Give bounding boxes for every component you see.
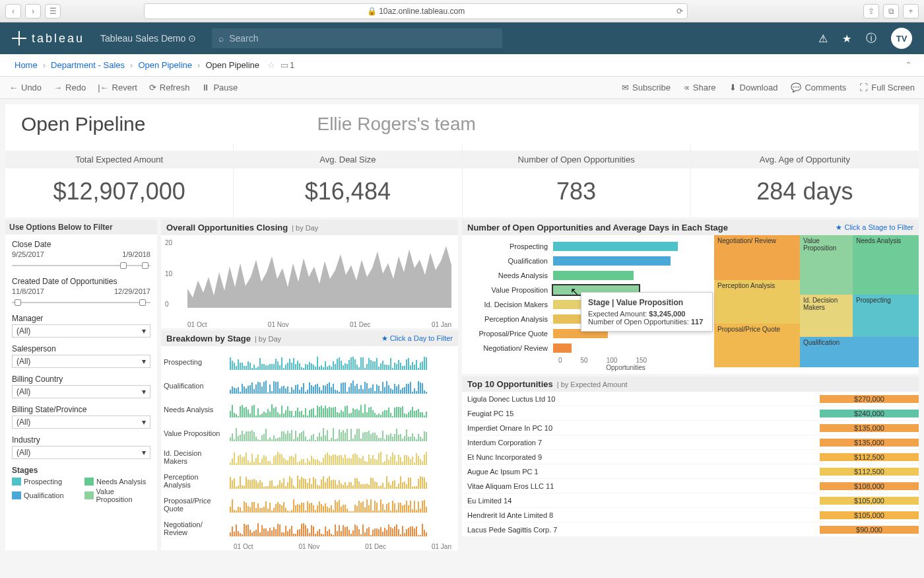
kpi-label: Number of Open Opportunities bbox=[463, 151, 690, 168]
address-bar[interactable]: 🔒 10az.online.tableau.com ⟳ bbox=[144, 3, 688, 19]
breakdown-row[interactable]: Needs Analysis bbox=[164, 398, 455, 421]
breakdown-row[interactable]: Value Proposition bbox=[164, 421, 455, 445]
breadcrumb-workbook[interactable]: Open Pipeline bbox=[138, 60, 192, 70]
chevron-down-icon: ▾ bbox=[142, 387, 146, 396]
legend-item[interactable]: Qualification bbox=[12, 488, 78, 503]
breakdown-row[interactable]: Negotiation/ Review bbox=[164, 517, 455, 540]
top10-row[interactable]: Eu Limited 14 $105,000 bbox=[462, 493, 919, 508]
top10-row[interactable]: Augue Ac Ipsum PC 1 $112,500 bbox=[462, 464, 919, 479]
cursor-icon: ↖ bbox=[570, 285, 579, 298]
filter-created-date: Created Date of Opportunities 11/8/20171… bbox=[12, 277, 150, 307]
forward-button[interactable]: › bbox=[25, 4, 41, 18]
fullscreen-button[interactable]: ⛶Full Screen bbox=[859, 83, 915, 92]
treemap-cell[interactable]: Prospecting bbox=[853, 295, 919, 337]
top10-row[interactable]: Feugiat PC 15 $240,000 bbox=[462, 406, 919, 421]
kpi-label: Avg. Deal Size bbox=[234, 151, 461, 168]
fullscreen-icon: ⛶ bbox=[859, 83, 868, 92]
chevron-down-icon: ▾ bbox=[142, 357, 146, 366]
tabs-icon[interactable]: ⧉ bbox=[883, 4, 899, 18]
filters-panel: Use Options Below to Filter Close Date 9… bbox=[5, 220, 157, 550]
new-tab-button[interactable]: + bbox=[903, 4, 919, 18]
overall-closing-panel: Overall Opportunities Closing| by Day 20… bbox=[161, 220, 458, 328]
browser-chrome: ‹ › ☰ 🔒 10az.online.tableau.com ⟳ ⇪ ⧉ + bbox=[0, 0, 924, 22]
top10-row[interactable]: Vitae Aliquam Eros LLC 11 $108,000 bbox=[462, 479, 919, 493]
industry-select[interactable]: (All)▾ bbox=[12, 446, 150, 459]
legend-item[interactable]: Value Proposition bbox=[84, 488, 150, 503]
page-title: Open Pipeline bbox=[21, 113, 145, 135]
kpi-value: $16,484 bbox=[234, 178, 461, 205]
redo-button[interactable]: →Redo bbox=[53, 83, 86, 92]
treemap-cell[interactable]: Value Proposition bbox=[800, 235, 853, 295]
kpi-card: Number of Open Opportunities 783 bbox=[462, 144, 690, 217]
treemap-cell[interactable]: Proposal/Price Quote bbox=[714, 324, 800, 367]
stage-bar-row[interactable]: Needs Analysis bbox=[467, 268, 705, 283]
info-icon[interactable]: ⓘ bbox=[866, 32, 876, 46]
breakdown-hint: ★ Click a Day to Filter bbox=[381, 334, 453, 343]
url-text: 10az.online.tableau.com bbox=[379, 7, 465, 16]
state-select[interactable]: (All)▾ bbox=[12, 415, 150, 429]
avatar[interactable]: TV bbox=[891, 28, 912, 49]
stage-treemap[interactable]: Negotiation/ ReviewPerception AnalysisPr… bbox=[714, 235, 919, 367]
top10-row[interactable]: Lacus Pede Sagittis Corp. 7 $90,000 bbox=[462, 523, 919, 537]
sidebar-toggle[interactable]: ☰ bbox=[45, 4, 61, 18]
stage-bar-chart[interactable]: Stage | Value Proposition Expected Amoun… bbox=[462, 235, 710, 374]
legend-item[interactable]: Prospecting bbox=[12, 478, 78, 486]
views-count: 1 bbox=[290, 60, 294, 70]
salesperson-select[interactable]: (All)▾ bbox=[12, 355, 150, 368]
share-icon[interactable]: ⇪ bbox=[863, 4, 879, 18]
breadcrumb-dept[interactable]: Department - Sales bbox=[51, 60, 125, 70]
overall-closing-chart[interactable]: 20100 bbox=[161, 235, 458, 321]
top10-row[interactable]: Hendrerit Id Ante Limited 8 $105,000 bbox=[462, 508, 919, 523]
pause-button[interactable]: ⏸Pause bbox=[201, 83, 238, 92]
treemap-cell[interactable]: Id. Decision Makers bbox=[800, 295, 853, 337]
kpi-label: Total Expected Amount bbox=[5, 151, 233, 168]
breakdown-row[interactable]: Qualification bbox=[164, 374, 455, 398]
subscribe-button[interactable]: ✉Subscribe bbox=[622, 83, 671, 92]
chevron-down-icon: ▾ bbox=[142, 417, 146, 427]
manager-select[interactable]: (All)▾ bbox=[12, 324, 150, 338]
alert-icon[interactable]: ⚠ bbox=[818, 32, 828, 45]
stage-bar-row[interactable]: Prospecting bbox=[467, 239, 705, 254]
breakdown-row[interactable]: Perception Analysis bbox=[164, 469, 455, 493]
search-icon: ⌕ bbox=[218, 33, 224, 44]
breakdown-row[interactable]: Id. Decision Makers bbox=[164, 445, 455, 469]
stage-bar-row[interactable]: Negotiation/ Review bbox=[467, 341, 705, 355]
top10-row[interactable]: Et Nunc Incorporated 9 $112,500 bbox=[462, 450, 919, 464]
breadcrumb-home[interactable]: Home bbox=[15, 60, 38, 70]
treemap-cell[interactable]: Perception Analysis bbox=[714, 280, 800, 324]
breakdown-chart[interactable]: Prospecting Qualification Needs Analysis… bbox=[161, 346, 458, 543]
refresh-button[interactable]: ⟳Refresh bbox=[149, 83, 190, 92]
top10-row[interactable]: Ligula Donec Luctus Ltd 10 $270,000 bbox=[462, 392, 919, 406]
download-button[interactable]: ⬇Download bbox=[729, 83, 778, 92]
treemap-cell[interactable]: Negotiation/ Review bbox=[714, 235, 800, 280]
favorite-icon[interactable]: ★ bbox=[842, 32, 851, 45]
tableau-logo[interactable]: tableau bbox=[12, 31, 84, 46]
stage-hint: ★ Click a Stage to Filter bbox=[836, 223, 913, 232]
created-date-slider[interactable] bbox=[12, 298, 150, 307]
chevron-down-icon: ▾ bbox=[142, 326, 146, 336]
treemap-cell[interactable]: Qualification bbox=[800, 337, 919, 367]
treemap-cell[interactable]: Needs Analysis bbox=[853, 235, 919, 295]
kpi-card: Total Expected Amount $12,907,000 bbox=[5, 144, 233, 217]
page-subtitle: Ellie Rogers's team bbox=[317, 114, 475, 135]
country-select[interactable]: (All)▾ bbox=[12, 385, 150, 398]
search-input[interactable]: ⌕ Search bbox=[212, 28, 502, 48]
project-dropdown[interactable]: Tableau Sales Demo ⊙ bbox=[100, 33, 196, 44]
stage-tooltip: Stage | Value Proposition Expected Amoun… bbox=[581, 292, 713, 332]
download-icon: ⬇ bbox=[729, 83, 737, 92]
breakdown-row[interactable]: Proposal/Price Quote bbox=[164, 493, 455, 517]
legend-item[interactable]: Needs Analysis bbox=[84, 478, 150, 486]
breakdown-row[interactable]: Prospecting bbox=[164, 350, 455, 374]
collapse-icon[interactable]: ⌃ bbox=[905, 60, 912, 70]
revert-button[interactable]: |←Revert bbox=[98, 83, 137, 92]
reload-icon[interactable]: ⟳ bbox=[676, 7, 683, 16]
star-icon[interactable]: ☆ bbox=[267, 60, 275, 70]
close-date-slider[interactable] bbox=[12, 261, 150, 270]
top10-row[interactable]: Imperdiet Ornare In PC 10 $135,000 bbox=[462, 421, 919, 435]
share-button[interactable]: ∝Share bbox=[684, 83, 716, 92]
undo-button[interactable]: ←Undo bbox=[9, 83, 42, 92]
top10-row[interactable]: Interdum Corporation 7 $135,000 bbox=[462, 435, 919, 450]
stage-bar-row[interactable]: Qualification bbox=[467, 254, 705, 268]
comments-button[interactable]: 💬Comments bbox=[791, 83, 846, 92]
back-button[interactable]: ‹ bbox=[5, 4, 21, 18]
